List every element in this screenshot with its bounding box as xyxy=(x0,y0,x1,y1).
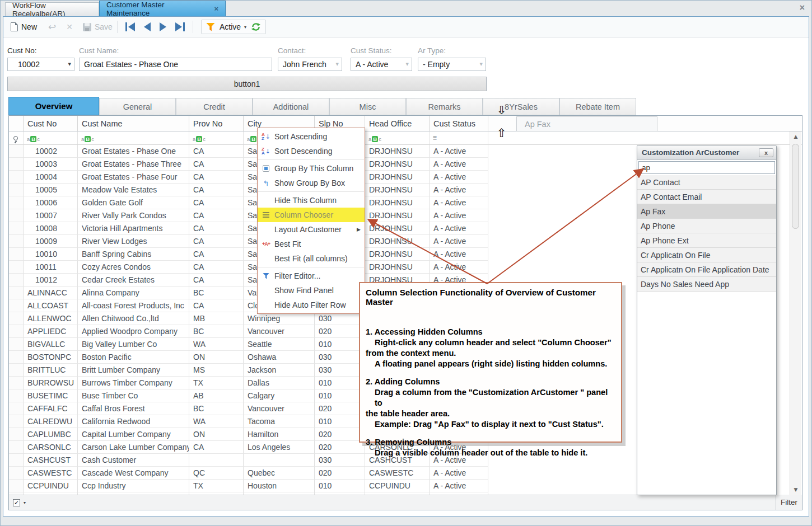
scroll-up-icon[interactable]: ▲ xyxy=(790,134,801,139)
menu-item-show-find-panel[interactable]: Show Find Panel xyxy=(258,283,365,298)
table-row[interactable]: 10005Meadow Vale EstatesCASanDRJOHNSUA -… xyxy=(9,184,488,196)
customization-search-input[interactable]: ap xyxy=(638,161,775,174)
tab-credit[interactable]: Credit xyxy=(176,98,253,115)
filter-cell-2[interactable]: aBc xyxy=(78,132,189,144)
best-fit-icon: +A+ xyxy=(258,241,274,247)
cust-name-field[interactable]: Groat Estates - Phase One xyxy=(79,58,272,71)
previous-record-button[interactable] xyxy=(144,22,151,31)
last-record-button[interactable] xyxy=(175,22,185,31)
menu-item-best-fit-all-columns[interactable]: Best Fit (all columns) xyxy=(258,251,365,266)
tab-8yrsales[interactable]: 8YrSales xyxy=(483,98,559,115)
hidden-column-item-ap-phone-ext[interactable]: Ap Phone Ext xyxy=(637,233,776,248)
customization-panel-close-button[interactable]: x xyxy=(759,148,773,157)
hidden-column-item-cr-applicatn-on-file-application-date[interactable]: Cr Applicatn On File Application Date xyxy=(637,262,776,277)
undo-button[interactable]: ↩ xyxy=(48,22,56,32)
tab-workflow-receivable[interactable]: WorkFlow Receivalbe(AR) xyxy=(5,2,99,16)
cell-cust-no: BRITTLUC xyxy=(24,364,78,377)
tab-rebate-item[interactable]: Rebate Item xyxy=(559,98,636,115)
table-row[interactable]: 10002Groat Estates - Phase OneCASanDRJOH… xyxy=(9,145,488,158)
hidden-column-item-ap-fax[interactable]: Ap Fax xyxy=(637,204,776,219)
table-row[interactable]: 10010Banff Spring CabinsCASanDRJOHNSUA -… xyxy=(9,248,488,261)
scroll-down-icon[interactable]: ▼ xyxy=(790,487,801,492)
cell-cust-status: A - Active xyxy=(430,467,488,480)
filter-cell-3[interactable]: aBc xyxy=(189,132,244,144)
tab-customer-master-maintenance[interactable]: Customer Master Maintenance × xyxy=(99,1,226,16)
cell-cust-no: BIGVALLC xyxy=(24,338,78,351)
customization-panel-titlebar[interactable]: Customization ArCustomer x xyxy=(637,145,776,160)
scrollbar-thumb[interactable] xyxy=(792,144,799,229)
save-button[interactable]: Save xyxy=(83,22,113,31)
menu-item-show-group-by-box[interactable]: ↰Show Group By Box xyxy=(258,176,365,190)
tab-close-icon[interactable]: × xyxy=(214,4,218,13)
table-row[interactable]: 10008Victoria Hill ApartmentsCASanDRJOHN… xyxy=(9,222,488,235)
chevron-down-icon[interactable]: ▼ xyxy=(406,62,409,67)
window-close-icon[interactable]: × xyxy=(800,3,805,13)
cell-cust-no: ALLENWOC xyxy=(24,312,78,325)
tab-overview[interactable]: Overview xyxy=(8,97,99,115)
cell-slp-no: 030 xyxy=(315,454,365,467)
cell-city xyxy=(244,454,315,467)
table-row[interactable]: CASWESTCCascade West CompanyQCQuebec020C… xyxy=(9,467,488,480)
hidden-column-item-ap-phone[interactable]: Ap Phone xyxy=(637,219,776,233)
chevron-down-icon[interactable]: ▼ xyxy=(336,62,339,67)
toolbar-separator xyxy=(117,21,118,33)
menu-item-column-chooser[interactable]: Column Chooser xyxy=(258,208,365,222)
new-button[interactable]: New xyxy=(11,22,37,31)
tab-remarks[interactable]: Remarks xyxy=(406,98,483,115)
hidden-column-item-cr-applicatn-on-file[interactable]: Cr Applicatn On File xyxy=(637,248,776,262)
table-row[interactable]: 10009River View LodgesCASanDRJOHNSUA - A… xyxy=(9,235,488,248)
button1[interactable]: button1 xyxy=(7,77,487,91)
menu-item-sort-ascending[interactable]: AZ↓Sort Ascending xyxy=(258,129,365,144)
checkbox[interactable]: ✓ xyxy=(13,499,20,506)
filter-cell-6[interactable]: aBc xyxy=(365,132,430,144)
column-header-cust-name[interactable]: Cust Name xyxy=(78,116,189,131)
tab-general[interactable]: General xyxy=(99,98,176,115)
filter-funnel-icon[interactable] xyxy=(206,23,215,31)
row-indicator-cell xyxy=(9,338,24,351)
tab-additional[interactable]: Additional xyxy=(253,98,329,115)
table-row[interactable]: CCPUINDUCcp IndustryTXHouston010CCPUINDU… xyxy=(9,480,488,492)
column-header-prov-no[interactable]: Prov No xyxy=(189,116,244,131)
menu-item-hide-this-column[interactable]: Hide This Column xyxy=(258,193,365,208)
menu-item-group-by-this-column[interactable]: Group By This Column xyxy=(258,161,365,176)
table-row[interactable]: 10011Cozy Acres CondosCASanDRJOHNSUA - A… xyxy=(9,261,488,274)
cust-status-combobox[interactable]: A - Active ▼ xyxy=(351,58,412,71)
chevron-down-icon[interactable]: ▾ xyxy=(24,500,26,505)
refresh-icon[interactable] xyxy=(251,22,261,32)
hidden-column-item-days-no-sales-need-app[interactable]: Days No Sales Need App xyxy=(637,277,776,292)
menu-item-hide-auto-filter-row[interactable]: Hide Auto Filter Row xyxy=(258,298,365,312)
menu-item-layout-arcustomer[interactable]: Layout ArCustomer▶ xyxy=(258,222,365,237)
column-header-head-office[interactable]: Head Office xyxy=(365,116,430,131)
column-header-cust-status[interactable]: Cust Status xyxy=(430,116,488,131)
filter-cell-1[interactable]: aBc xyxy=(24,132,78,144)
tab-misc[interactable]: Misc xyxy=(329,98,406,115)
record-navigator xyxy=(125,22,185,31)
customization-panel: Customization ArCustomer x ap AP Contact… xyxy=(637,145,777,495)
cell-prov-no: CA xyxy=(189,209,244,222)
hidden-column-item-ap-contact[interactable]: AP Contact xyxy=(637,175,776,190)
table-row[interactable]: 10003Groat Estates - Phase ThreeCASanDRJ… xyxy=(9,158,488,171)
cancel-button[interactable]: ✕ xyxy=(66,22,73,31)
menu-item-filter-editor[interactable]: Filter Editor... xyxy=(258,269,365,283)
cust-no-combobox[interactable]: 10002 ▼ xyxy=(7,58,74,71)
column-header-cust-no[interactable]: Cust No xyxy=(24,116,78,131)
menu-item-best-fit[interactable]: +A+Best Fit xyxy=(258,237,365,251)
filter-cell-7[interactable]: = xyxy=(430,132,488,144)
hidden-column-item-ap-contact-email[interactable]: AP Contact Email xyxy=(637,190,776,204)
chevron-down-icon[interactable]: ▼ xyxy=(480,62,483,67)
table-row[interactable]: 10007River Vally Park CondosCASanDRJOHNS… xyxy=(9,209,488,222)
ar-type-combobox[interactable]: - Empty ▼ xyxy=(418,58,486,71)
abc-filter-icon: aBc xyxy=(27,133,40,143)
table-row[interactable]: 10006Golden Gate GolfCASanDRJOHNSUA - Ac… xyxy=(9,196,488,209)
menu-item-sort-descending[interactable]: ZA↓Sort Descending xyxy=(258,144,365,158)
active-filter-dropdown[interactable]: Active ▾ xyxy=(220,22,246,31)
filter-button[interactable]: Filter xyxy=(776,495,802,510)
cell-head-office: DRJOHNSU xyxy=(365,145,430,158)
next-record-button[interactable] xyxy=(160,22,166,31)
contact-combobox[interactable]: John French ▼ xyxy=(278,58,342,71)
chevron-down-icon[interactable]: ▼ xyxy=(68,62,71,67)
first-record-button[interactable] xyxy=(125,22,135,31)
floating-column-header-ap-fax[interactable]: Ap Fax xyxy=(516,116,657,132)
table-row[interactable]: 10004Groat Estates - Phase FourCASanDRJO… xyxy=(9,171,488,184)
vertical-scrollbar[interactable]: ▲ ▼ xyxy=(790,132,801,495)
